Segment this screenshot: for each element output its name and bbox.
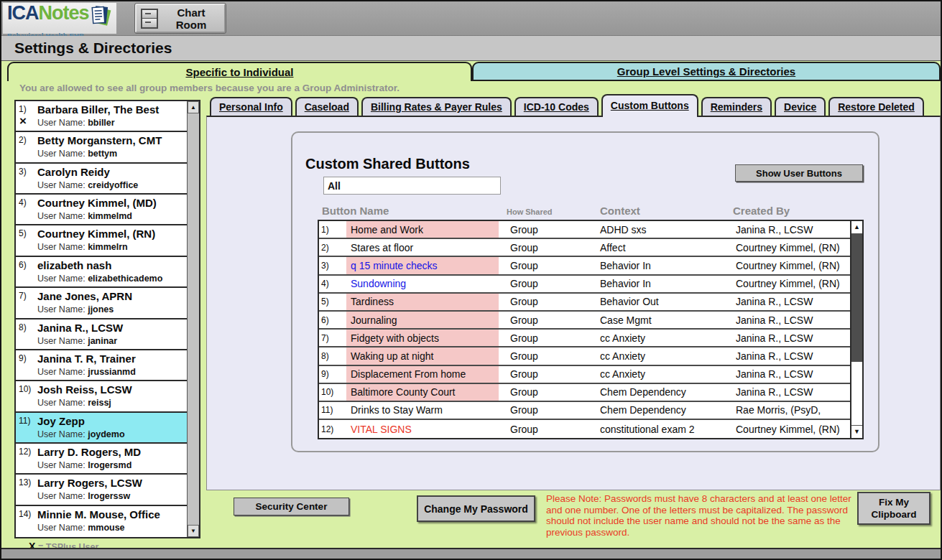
scroll-down-icon[interactable]: ▼ — [188, 525, 199, 537]
admin-note: You are allowed to see all group members… — [19, 83, 400, 93]
tab-personal-info[interactable]: Personal Info — [210, 97, 292, 116]
row-number: 4) — [319, 276, 346, 292]
how-shared-cell: Group — [499, 239, 588, 256]
scrollbar-thumb[interactable] — [851, 234, 862, 362]
list-item[interactable]: 3)Carolyn ReidyUser Name: creidyoffice — [16, 164, 187, 195]
user-username: User Name: bbiller — [37, 118, 187, 128]
list-item[interactable]: 1)×Barbara Biller, The BestUser Name: bb… — [16, 101, 187, 132]
tab-billing-rates-payer-rules[interactable]: Billing Rates & Payer Rules — [361, 97, 512, 116]
user-username: User Name: jjones — [37, 304, 187, 314]
user-username: User Name: lrogerssw — [37, 491, 187, 501]
list-item[interactable]: 2)Betty Morganstern, CMTUser Name: betty… — [16, 132, 187, 163]
user-info: Barbara Biller, The BestUser Name: bbill… — [37, 101, 187, 131]
chart-room-button[interactable]: Chart Room — [135, 4, 226, 33]
change-my-password-button[interactable]: Change My Password — [417, 495, 535, 522]
list-item[interactable]: 13)Larry Rogers, LCSWUser Name: lrogerss… — [16, 475, 187, 505]
user-info: Courtney Kimmel, (MD)User Name: kimmelmd — [37, 195, 187, 224]
table-row[interactable]: 3)q 15 minute checksGroupBehavior InCour… — [319, 257, 850, 275]
column-button-name: Button Name — [322, 205, 389, 217]
tsplus-x-mark: × — [19, 116, 37, 127]
table-scrollbar[interactable]: ▲ ▼ — [850, 221, 862, 438]
tab-caseload[interactable]: Caseload — [295, 97, 359, 116]
list-item[interactable]: 11)Joy ZeppUser Name: joydemo — [16, 413, 187, 444]
logo-ica-text: ICA — [7, 4, 39, 22]
how-shared-cell: Group — [499, 221, 588, 238]
user-info: Larry Rogers, LCSWUser Name: lrogerssw — [37, 475, 187, 504]
button-name-cell: Journaling — [346, 312, 499, 328]
filter-input[interactable] — [323, 177, 501, 195]
how-shared-cell: Group — [499, 347, 588, 364]
user-number: 9) — [16, 350, 37, 380]
list-item[interactable]: 10)Josh Reiss, LCSWUser Name: reissj — [16, 381, 187, 412]
list-item[interactable]: 4)Courtney Kimmel, (MD)User Name: kimmel… — [16, 195, 187, 225]
show-user-buttons-button[interactable]: Show User Buttons — [735, 164, 863, 182]
user-info: Josh Reiss, LCSWUser Name: reissj — [37, 381, 187, 411]
list-item[interactable]: 8)Janina R., LCSWUser Name: janinar — [16, 319, 187, 350]
button-name-cell: Waking up at night — [346, 347, 499, 364]
scrollbar-track[interactable] — [188, 113, 199, 525]
context-cell: Behavior In — [588, 257, 725, 274]
fix-my-clipboard-button[interactable]: Fix My Clipboard — [857, 492, 931, 525]
file-cabinet-icon — [141, 9, 158, 29]
user-number: 1)× — [16, 101, 37, 131]
table-row[interactable]: 1)Home and WorkGroupADHD sxsJanina R., L… — [319, 221, 850, 239]
row-number: 7) — [319, 330, 346, 346]
tab-restore-deleted[interactable]: Restore Deleted — [828, 97, 924, 116]
user-info: Carolyn ReidyUser Name: creidyoffice — [37, 164, 187, 193]
how-shared-cell: Group — [499, 384, 588, 401]
created-by-cell: Janina R., LCSW — [725, 312, 850, 328]
password-note: Please Note: Passwords must have 8 chara… — [546, 493, 862, 538]
title-band: Settings & Directories — [1, 36, 941, 60]
user-username: User Name: joydemo — [37, 429, 187, 439]
row-number: 2) — [319, 239, 346, 256]
table-row[interactable]: 8)Waking up at nightGroupcc AnxietyJanin… — [319, 347, 850, 365]
table-row[interactable]: 4)SundowningGroupBehavior InCourtney Kim… — [319, 276, 850, 294]
list-item[interactable]: 9)Janina T. R, TrainerUser Name: jrussia… — [16, 350, 187, 381]
row-number: 11) — [319, 402, 346, 419]
scroll-up-icon[interactable]: ▲ — [851, 221, 862, 234]
user-info: Betty Morganstern, CMTUser Name: bettym — [37, 132, 187, 162]
created-by-cell: Janina R., LCSW — [725, 294, 850, 310]
tab-icd-10-codes[interactable]: ICD-10 Codes — [514, 97, 599, 116]
table-row[interactable]: 12)VITAL SIGNSGroupconstitutional exam 2… — [319, 420, 850, 438]
list-item[interactable]: 7)Jane Jones, APRNUser Name: jjones — [16, 288, 187, 319]
tab-custom-buttons[interactable]: Custom Buttons — [601, 94, 698, 117]
list-item[interactable]: 12)Larry D. Rogers, MDUser Name: lrogers… — [16, 444, 187, 475]
user-name: Courtney Kimmel, (RN) — [37, 228, 187, 240]
tab-group-level-settings-label: Group Level Settings & Directories — [617, 65, 795, 78]
security-center-button[interactable]: Security Center — [234, 498, 349, 515]
list-item[interactable]: 14)Minnie M. Mouse, OfficeUser Name: mmo… — [16, 506, 187, 537]
created-by-cell: Janina R., LCSW — [725, 330, 850, 346]
scroll-up-icon[interactable]: ▲ — [188, 101, 199, 113]
list-item[interactable]: 5)Courtney Kimmel, (RN)User Name: kimmel… — [16, 225, 187, 256]
user-info: Joy ZeppUser Name: joydemo — [37, 413, 187, 442]
table-row[interactable]: 6)JournalingGroupCase MgmtJanina R., LCS… — [319, 312, 850, 330]
table-row[interactable]: 9)Displacement From homeGroupcc AnxietyJ… — [319, 366, 850, 384]
table-row[interactable]: 5)TardinessGroupBehavior OutJanina R., L… — [319, 294, 850, 312]
user-name: Betty Morganstern, CMT — [37, 134, 187, 146]
user-info: Janina R., LCSWUser Name: janinar — [37, 319, 187, 349]
user-number: 8) — [16, 319, 37, 349]
user-list-scrollbar[interactable]: ▲ ▼ — [187, 101, 199, 537]
custom-buttons-panel: Custom Shared Buttons Show User Buttons … — [206, 116, 941, 490]
tab-group-level-settings[interactable]: Group Level Settings & Directories — [472, 62, 941, 81]
tab-specific-to-individual[interactable]: Specific to Individual — [7, 62, 472, 81]
context-cell: cc Anxiety — [588, 366, 725, 383]
user-info: Courtney Kimmel, (RN)User Name: kimmelrn — [37, 225, 187, 255]
context-cell: Behavior Out — [588, 294, 725, 310]
scrollbar-track[interactable] — [851, 362, 862, 425]
list-item[interactable]: 6)elizabeth nashUser Name: elizabethicad… — [16, 257, 187, 288]
table-row[interactable]: 7)Fidgety with objectsGroupcc AnxietyJan… — [319, 330, 850, 347]
table-row[interactable]: 10)Baltimore County CourtGroupChem Depen… — [319, 384, 850, 402]
user-number: 11) — [16, 413, 37, 442]
scroll-down-icon[interactable]: ▼ — [851, 425, 862, 438]
icanotes-logo[interactable]: ICANotes Behavioral Health EHR — [3, 3, 116, 34]
user-name: Janina T. R, Trainer — [37, 353, 187, 365]
user-username: User Name: janinar — [37, 336, 187, 346]
table-row[interactable]: 2)Stares at floorGroupAffectCourtney Kim… — [319, 239, 850, 257]
tab-reminders[interactable]: Reminders — [701, 97, 772, 116]
user-username: User Name: lrogersmd — [37, 460, 187, 470]
table-row[interactable]: 11)Drinks to Stay WarmGroupChem Dependen… — [319, 402, 850, 420]
user-username: User Name: mmouse — [37, 523, 187, 533]
tab-device[interactable]: Device — [775, 97, 826, 116]
